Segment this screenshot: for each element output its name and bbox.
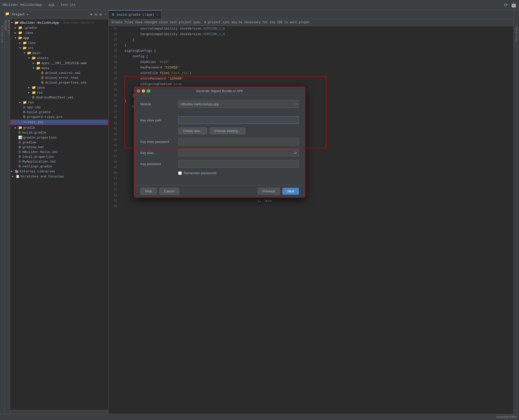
next-button[interactable]: Next	[282, 188, 299, 195]
tree-label: gradlew	[22, 141, 36, 144]
tree-item-external-libs[interactable]: ▶ 📚 External Libraries	[10, 169, 108, 174]
tree-label: res	[28, 101, 34, 104]
tree-label: AndroidManifest.xml	[36, 96, 73, 99]
cancel-button[interactable]: Cancel	[159, 188, 179, 195]
tree-item-proguard[interactable]: 🗎 proguard-rules.pro	[10, 115, 108, 119]
minus-icon[interactable]: −	[104, 12, 106, 17]
top-bar-icons: ⟳ 🤖	[504, 2, 516, 8]
folder-icon: 📁	[23, 41, 27, 45]
minimize-traffic-light[interactable]	[142, 89, 145, 93]
code-line-27: 27 }	[109, 43, 513, 48]
tree-item-test-jks[interactable]: 🗝 test.jks	[10, 119, 108, 125]
tree-item-res[interactable]: ▶ 📁 res	[10, 100, 108, 105]
previous-button[interactable]: Previous	[258, 188, 280, 195]
tree-label: apps.__UNI__D912C1B.www	[41, 61, 87, 65]
tree-item-src[interactable]: ▼ 📂 src	[10, 45, 108, 50]
dialog-generate-signed: Generate Signed Bundle or APK Module HBu…	[134, 87, 305, 198]
remember-passwords-checkbox[interactable]	[178, 171, 182, 175]
tree-label: proguard-rules.pro	[27, 115, 62, 119]
tree-item-java[interactable]: ▶ 📁 java	[10, 85, 108, 90]
tree-item-build-gradle-root[interactable]: 🗎 build.gradle	[10, 130, 108, 135]
project-dropdown[interactable]: Project ▾	[12, 13, 29, 16]
keystore-path-row: Key store path	[140, 116, 299, 124]
scratches-icon: 📋	[16, 174, 20, 178]
create-new-button[interactable]: Create new...	[178, 127, 207, 134]
code-line-31: 31 keyPassword '123456'	[109, 65, 513, 70]
tree-item-gradlew-bat[interactable]: 🗎 gradlew.bat	[10, 145, 108, 150]
collapse-icon[interactable]: ⊟	[95, 12, 97, 17]
tree-item-build-gradle-app[interactable]: 🗎 build.gradle	[10, 110, 108, 115]
tree-item-androidmanifest[interactable]: 🗎 AndroidManifest.xml	[10, 95, 108, 100]
expand-arrow: ▶	[19, 41, 23, 44]
code-line-28: 28 signingConfigs {	[109, 48, 513, 54]
tree-item-main[interactable]: ▼ 📂 main	[10, 50, 108, 56]
tree-item-app-iml[interactable]: 🗎 app.iml	[10, 105, 108, 110]
key-alias-input[interactable]	[178, 149, 299, 156]
tree-item-dcloud-control[interactable]: 🗎 dcloud_control.xml	[10, 71, 108, 75]
close-traffic-light[interactable]	[137, 89, 140, 93]
sync-tree-icon[interactable]: ⊕	[90, 12, 92, 17]
tree-item-local-props[interactable]: 🗎 local.properties	[10, 154, 108, 159]
tree-item-hbuilder-root[interactable]: ▼ 📂 HBuilder-HelloUniApp ~/Downloads/lat…	[10, 20, 108, 25]
tree-item-scratches[interactable]: ▶ 📋 Scratches and Consoles	[10, 174, 108, 179]
tree-item-settings-gradle[interactable]: 🗎 settings.gradle	[10, 164, 108, 169]
tab-build-gradle[interactable]: 🗎 build.gradle (:app) ✕	[109, 10, 161, 19]
tree-label: External Libraries	[20, 170, 55, 173]
tree-item-gradle-props[interactable]: 📊 gradle.properties	[10, 135, 108, 140]
favorites-icon[interactable]: Favorites	[515, 27, 518, 42]
resource-icon[interactable]: ResourceManager	[4, 20, 10, 33]
editor-area: 🗎 build.gradle (:app) ✕ Gradle files hav…	[109, 10, 513, 420]
tree-item-gradle-hidden[interactable]: ▶ 📁 .gradle	[10, 25, 108, 30]
android-icon[interactable]: 🤖	[511, 2, 516, 8]
tree-item-dcloud-props[interactable]: 🗎 dcloud_properties.xml	[10, 80, 108, 85]
key-password-input[interactable]	[178, 160, 299, 168]
choose-existing-button[interactable]: Choose existing...	[210, 127, 245, 134]
sync-icon[interactable]: ⟳	[504, 2, 508, 8]
keystore-password-input[interactable]	[178, 138, 299, 145]
gradle-tab-icon: 🗎	[112, 13, 115, 17]
tree-item-assets[interactable]: ▼ 📂 assets	[10, 56, 108, 61]
code-line-26: 26 }	[109, 37, 513, 43]
breadcrumb: HBuilder-HelloUniApp › app › test.jks	[3, 3, 75, 7]
iml-icon: 🗎	[18, 150, 21, 154]
maximize-traffic-light[interactable]	[147, 89, 150, 93]
tree-label: gradlew.bat	[22, 145, 44, 149]
tab-label: build.gradle (:app)	[117, 13, 154, 17]
tree-label: gradle	[23, 126, 35, 130]
tree-item-myapp-iml[interactable]: 🗎 MyApplication.iml	[10, 159, 108, 164]
tree-label: local.properties	[22, 155, 54, 159]
tree-item-apps-uni[interactable]: ▶ 📁 apps.__UNI__D912C1B.www	[10, 61, 108, 66]
jks-icon: 🗝	[23, 120, 27, 124]
code-line-56: 56	[109, 204, 513, 209]
tree-item-data[interactable]: ▼ 📂 data	[10, 66, 108, 71]
remember-passwords-label: Remember passwords	[184, 171, 217, 175]
project-icon[interactable]: 📁	[5, 12, 9, 16]
remember-passwords-row: Remember passwords	[178, 171, 299, 175]
tab-bar: 🗎 build.gradle (:app) ✕	[109, 10, 513, 19]
status-text: OSSN导航方网站	[497, 415, 517, 419]
expand-arrow: ▼	[28, 57, 32, 60]
key-alias-browse-icon[interactable]: 🗂	[294, 151, 297, 155]
tree-label: gradle.properties	[23, 136, 57, 140]
tab-close-button[interactable]: ✕	[156, 13, 158, 16]
top-bar: HBuilder-HelloUniApp › app › test.jks ⟳ …	[0, 0, 519, 10]
tree-item-gradle-root[interactable]: ▶ 📁 gradle	[10, 125, 108, 130]
tree-item-idea[interactable]: ▶ 📁 .idea	[10, 30, 108, 35]
tree-label: HBuilder-HelloUniApp	[20, 21, 59, 25]
tree-item-dcloud-error[interactable]: 🗎 dcloud_error.html	[10, 75, 108, 80]
code-editor[interactable]: 24 sourceCompatibility JavaVersion.VERSI…	[109, 26, 513, 420]
keystore-path-input[interactable]	[178, 116, 299, 124]
notification-text: Gradle files have changed since last pro…	[112, 21, 310, 24]
tree-item-res-inner[interactable]: ▶ 📁 res	[10, 90, 108, 95]
tree-item-hbuilder-iml[interactable]: 🗎 HBuilder-Hello.iml	[10, 150, 108, 154]
dialog-body: Module HBuilder-HelloUniApp.app ▾ Key st…	[134, 95, 305, 185]
module-select[interactable]: HBuilder-HelloUniApp.app	[178, 100, 299, 108]
tree-item-gradlew[interactable]: 🗎 gradlew	[10, 140, 108, 145]
gear-icon[interactable]: ⚙	[99, 12, 101, 17]
help-button[interactable]: Help	[140, 188, 157, 195]
tree-label: dcloud_error.html	[45, 76, 79, 80]
tree-item-libs[interactable]: ▶ 📁 libs	[10, 40, 108, 45]
tree-label: settings.gradle	[22, 165, 52, 168]
file-icon: 🗎	[18, 141, 21, 144]
tree-item-app[interactable]: ▼ 📂 app	[10, 35, 108, 40]
